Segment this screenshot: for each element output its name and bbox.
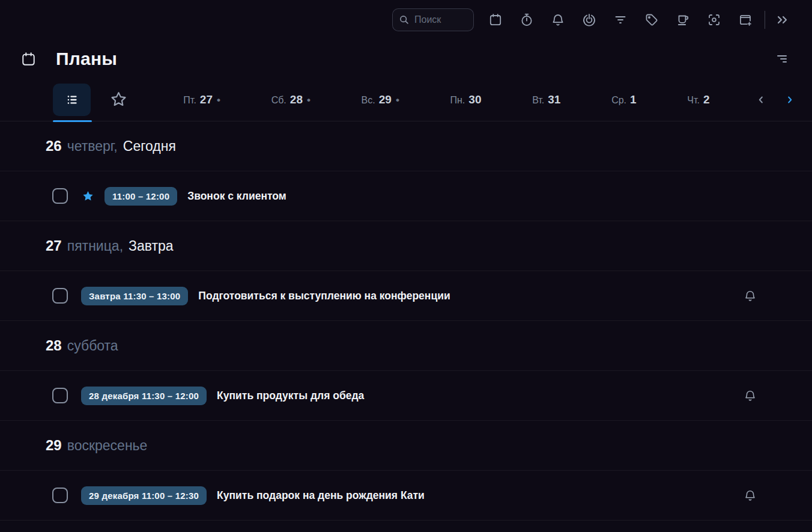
section-weekday: суббота: [67, 338, 118, 354]
page-title: Планы: [56, 49, 117, 69]
bell-icon[interactable]: [744, 489, 757, 502]
section-weekday: четверг,: [67, 138, 118, 154]
time-badge: 28 декабря 11:30 – 12:00: [81, 387, 207, 405]
section-header: 28 суббота: [0, 321, 812, 371]
section-day: 26: [46, 138, 62, 154]
day-number: 28: [290, 93, 303, 106]
tab-day-sat-28[interactable]: Сб. 28 •: [271, 93, 311, 106]
bell-icon[interactable]: [744, 289, 757, 302]
task-title: Купить продукты для обеда: [217, 390, 364, 402]
task-title: Подготовиться к выступлению на конференц…: [198, 290, 450, 302]
tab-day-tue-31[interactable]: Вт. 31: [532, 93, 560, 106]
section-day: 27: [46, 237, 62, 254]
day-number: 31: [548, 93, 560, 106]
day-prefix: Чт.: [687, 95, 700, 106]
day-number: 2: [703, 93, 710, 106]
day-number: 27: [200, 93, 213, 106]
sort-icon[interactable]: [770, 48, 793, 70]
day-number: 30: [468, 93, 481, 106]
section-weekday: пятница,: [67, 238, 123, 254]
calendar-icon: [20, 51, 37, 67]
chevron-right-icon[interactable]: [782, 91, 798, 108]
task-checkbox[interactable]: [52, 288, 68, 304]
bell-icon[interactable]: [542, 7, 574, 33]
more-chevrons-icon[interactable]: [769, 7, 796, 33]
target-icon[interactable]: [574, 7, 605, 33]
day-dot: •: [217, 94, 220, 106]
section-extra: Сегодня: [123, 138, 176, 154]
time-badge: 11:00 – 12:00: [105, 187, 177, 206]
time-badge: Завтра 11:30 – 13:00: [81, 287, 188, 305]
day-prefix: Пн.: [450, 95, 465, 106]
toolbar-divider: [765, 11, 765, 29]
section-header: 26 четверг, Сегодня: [0, 121, 812, 171]
star-filled-icon[interactable]: [81, 189, 95, 203]
day-prefix: Ср.: [611, 95, 626, 106]
section-day: 28: [46, 337, 62, 354]
section-weekday: воскресенье: [67, 438, 148, 454]
tab-day-fri-27[interactable]: Пт. 27 •: [183, 93, 220, 106]
task-checkbox[interactable]: [52, 488, 68, 503]
bell-icon[interactable]: [744, 389, 757, 402]
section-header: 29 воскресенье: [0, 421, 812, 471]
tab-list-view[interactable]: [53, 84, 91, 116]
tab-starred[interactable]: [106, 84, 130, 116]
task-row[interactable]: Завтра 11:30 – 13:00 Подготовиться к выс…: [0, 271, 812, 321]
task-row[interactable]: 28 декабря 11:30 – 12:00 Купить продукты…: [0, 371, 812, 421]
day-tabs: Пт. 27 • Сб. 28 • Вс. 29 • Пн. 30 Вт. 31…: [158, 93, 735, 106]
day-number: 29: [379, 93, 392, 106]
plans-list: 26 четверг, Сегодня 11:00 – 12:00 Звонок…: [0, 121, 812, 521]
tab-navigation: [753, 91, 798, 108]
search-icon: [399, 14, 410, 25]
tab-day-thu-2[interactable]: Чт. 2: [687, 93, 709, 106]
chevron-left-icon[interactable]: [753, 91, 769, 108]
page-header: Планы: [0, 40, 812, 78]
add-board-icon[interactable]: [730, 7, 761, 33]
tab-day-mon-30[interactable]: Пн. 30: [450, 93, 482, 106]
task-title: Купить подарок на день рождения Кати: [217, 489, 425, 502]
task-checkbox[interactable]: [52, 188, 68, 204]
task-checkbox[interactable]: [52, 388, 68, 403]
day-number: 1: [630, 93, 637, 106]
day-prefix: Вт.: [532, 95, 544, 106]
calendar-icon[interactable]: [480, 7, 511, 33]
time-badge: 29 декабря 11:00 – 12:30: [81, 486, 207, 505]
day-prefix: Пт.: [183, 95, 196, 106]
day-prefix: Сб.: [271, 95, 286, 106]
day-dot: •: [307, 94, 311, 106]
tag-icon[interactable]: [636, 7, 667, 33]
task-row[interactable]: 11:00 – 12:00 Звонок с клиентом: [0, 171, 812, 221]
section-day: 29: [46, 437, 62, 454]
view-tabs: Пт. 27 • Сб. 28 • Вс. 29 • Пн. 30 Вт. 31…: [0, 78, 812, 121]
timer-icon[interactable]: [511, 7, 542, 33]
section-header: 27 пятница, Завтра: [0, 221, 812, 271]
day-prefix: Вс.: [362, 95, 375, 106]
search-input[interactable]: [414, 14, 467, 25]
task-title: Звонок с клиентом: [187, 190, 286, 203]
day-dot: •: [396, 94, 399, 106]
active-tab-underline: [53, 120, 92, 122]
task-row[interactable]: 29 декабря 11:00 – 12:30 Купить подарок …: [0, 471, 812, 521]
section-extra: Завтра: [129, 238, 174, 254]
scan-icon[interactable]: [698, 7, 730, 33]
search-box[interactable]: [392, 8, 474, 31]
top-toolbar: [0, 0, 812, 40]
tab-day-sun-29[interactable]: Вс. 29 •: [362, 93, 399, 106]
mug-icon[interactable]: [667, 7, 698, 33]
filter-icon[interactable]: [605, 7, 636, 33]
tab-day-wed-1[interactable]: Ср. 1: [611, 93, 636, 106]
